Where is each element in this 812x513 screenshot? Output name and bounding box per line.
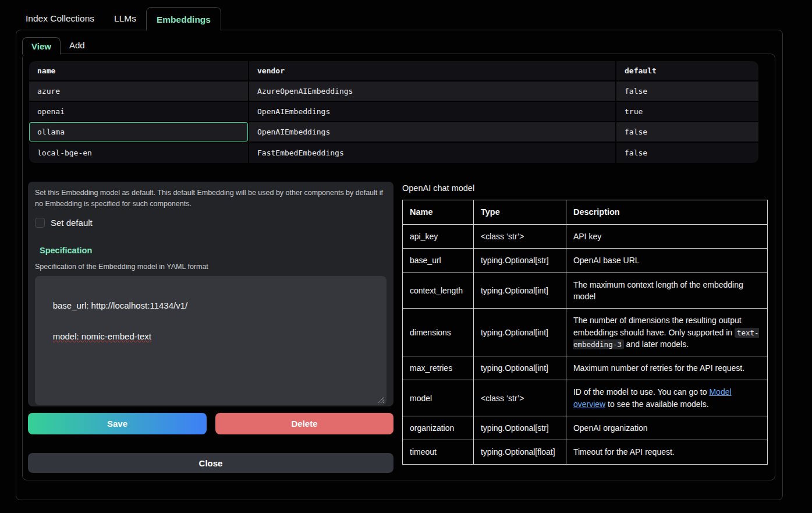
table-row-azure: azure AzureOpenAIEmbeddings false — [29, 82, 758, 102]
param-type: <class ‘str’> — [473, 380, 566, 416]
param-type: <class ‘str’> — [473, 225, 566, 249]
param-description: Maximum number of retries for the API re… — [566, 356, 767, 380]
info-header-row: Name Type Description — [403, 200, 768, 225]
description-text: The number of dimensions the resulting o… — [573, 316, 742, 337]
param-name: max_retries — [403, 356, 474, 380]
column-header-default[interactable]: default — [616, 61, 758, 82]
sub-tab-bar: View Add — [22, 37, 94, 54]
info-row-api-key: api_key <class ‘str’> API key — [403, 225, 768, 249]
save-button[interactable]: Save — [28, 413, 207, 434]
cell-vendor[interactable]: AzureOpenAIEmbeddings — [249, 82, 616, 102]
column-header-vendor[interactable]: vendor — [249, 61, 616, 82]
param-type: typing.Optional[str] — [473, 249, 566, 273]
info-row-base-url: base_url typing.Optional[str] OpenAI bas… — [403, 249, 768, 273]
cell-name-selected[interactable]: ollama — [29, 122, 249, 143]
tab-embeddings[interactable]: Embeddings — [146, 7, 221, 31]
param-name: model — [403, 380, 474, 416]
info-column-description: Description — [566, 200, 767, 225]
cell-vendor[interactable]: FastEmbedEmbeddings — [249, 143, 616, 163]
table-row-ollama: ollama OpenAIEmbeddings false — [29, 122, 758, 143]
param-name: base_url — [403, 249, 474, 273]
param-description: The maximum context length of the embedd… — [566, 273, 767, 309]
set-default-checkbox[interactable] — [35, 218, 45, 228]
cell-name[interactable]: azure — [29, 82, 249, 102]
specification-yaml-editor[interactable]: base_url: http://localhost:11434/v1/ mod… — [35, 276, 387, 405]
param-name: timeout — [403, 440, 474, 464]
close-button[interactable]: Close — [28, 453, 393, 473]
yaml-line-2: model: nomic-embed-text — [53, 331, 151, 341]
table-row-local-bge-en: local-bge-en FastEmbedEmbeddings false — [29, 143, 758, 163]
info-row-timeout: timeout typing.Optional[float] Timeout f… — [403, 440, 768, 464]
cell-default[interactable]: true — [616, 102, 758, 122]
cell-name[interactable]: openai — [29, 102, 249, 122]
cell-default[interactable]: false — [616, 143, 758, 163]
tab-index-collections[interactable]: Index Collections — [16, 6, 104, 30]
specification-heading: Specification — [40, 246, 387, 255]
table-header-row: name vendor default — [29, 61, 758, 82]
resize-handle-icon[interactable] — [378, 397, 384, 403]
model-info-title: OpenAI chat model — [402, 183, 474, 193]
info-column-type: Type — [473, 200, 566, 225]
specification-label: Specification of the Embedding model in … — [35, 263, 387, 271]
column-header-name[interactable]: name — [29, 61, 249, 82]
model-parameters-table: Name Type Description api_key <class ‘st… — [402, 200, 768, 465]
cell-default[interactable]: false — [616, 82, 758, 102]
set-default-description: Set this Embedding model as default. Thi… — [35, 187, 384, 210]
param-name: organization — [403, 416, 474, 440]
info-row-max-retries: max_retries typing.Optional[int] Maximum… — [403, 356, 768, 380]
set-default-row: Set default — [35, 218, 387, 228]
description-text: ID of the model to use. You can go to — [573, 387, 710, 397]
set-default-label[interactable]: Set default — [51, 218, 93, 228]
info-row-model: model <class ‘str’> ID of the model to u… — [403, 380, 768, 416]
param-type: typing.Optional[int] — [473, 356, 566, 380]
info-row-context-length: context_length typing.Optional[int] The … — [403, 273, 768, 309]
param-type: typing.Optional[float] — [473, 440, 566, 464]
param-name: api_key — [403, 225, 474, 249]
embedding-settings-panel: Set this Embedding model as default. Thi… — [28, 182, 393, 406]
param-description: OpenAI base URL — [566, 249, 767, 273]
param-description: The number of dimensions the resulting o… — [566, 309, 767, 356]
param-type: typing.Optional[int] — [473, 309, 566, 356]
param-description: API key — [566, 225, 767, 249]
cell-vendor[interactable]: OpenAIEmbeddings — [249, 122, 616, 143]
cell-vendor[interactable]: OpenAIEmbeddings — [249, 102, 616, 122]
param-description: Timeout for the API request. — [566, 440, 767, 464]
subtab-add[interactable]: Add — [61, 37, 94, 54]
tab-llms[interactable]: LLMs — [104, 6, 146, 30]
main-tab-bar: Index Collections LLMs Embeddings — [16, 6, 221, 30]
param-type: typing.Optional[int] — [473, 273, 566, 309]
cell-name[interactable]: local-bge-en — [29, 143, 249, 163]
param-description: OpenAI organization — [566, 416, 767, 440]
info-row-dimensions: dimensions typing.Optional[int] The numb… — [403, 309, 768, 356]
param-name: context_length — [403, 273, 474, 309]
info-row-organization: organization typing.Optional[str] OpenAI… — [403, 416, 768, 440]
cell-default[interactable]: false — [616, 122, 758, 143]
description-text: and later models. — [624, 339, 689, 349]
description-text: to see the available models. — [605, 399, 708, 409]
yaml-line-1: base_url: http://localhost:11434/v1/ — [53, 300, 188, 310]
param-type: typing.Optional[str] — [473, 416, 566, 440]
param-name: dimensions — [403, 309, 474, 356]
info-column-name: Name — [403, 200, 474, 225]
param-description: ID of the model to use. You can go to Mo… — [566, 380, 767, 416]
embeddings-table: name vendor default azure AzureOpenAIEmb… — [29, 61, 758, 163]
table-row-openai: openai OpenAIEmbeddings true — [29, 102, 758, 122]
subtab-view[interactable]: View — [22, 37, 61, 55]
delete-button[interactable]: Delete — [215, 413, 393, 434]
